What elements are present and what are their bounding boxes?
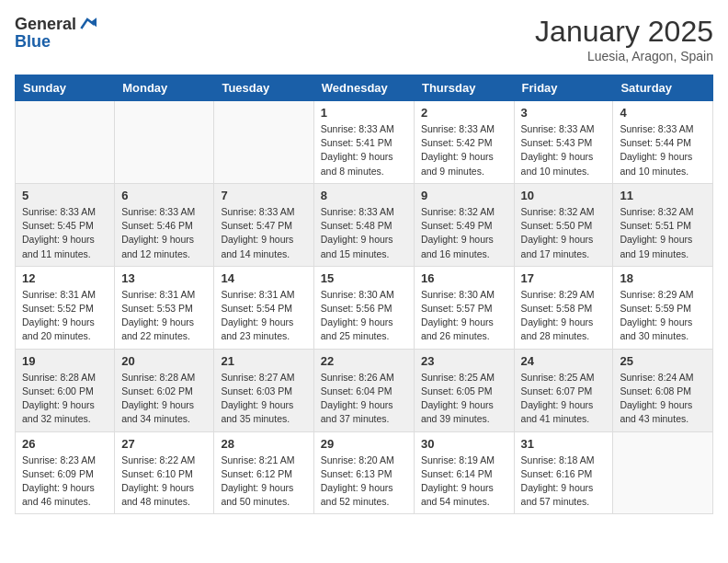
calendar-week-row: 19Sunrise: 8:28 AM Sunset: 6:00 PM Dayli… bbox=[16, 349, 713, 431]
day-number: 20 bbox=[121, 354, 207, 368]
calendar-cell: 31Sunrise: 8:18 AM Sunset: 6:16 PM Dayli… bbox=[514, 431, 613, 514]
day-number: 9 bbox=[421, 189, 507, 202]
day-info: Sunrise: 8:33 AM Sunset: 5:46 PM Dayligh… bbox=[121, 205, 207, 261]
calendar-cell bbox=[115, 101, 214, 184]
day-number: 24 bbox=[521, 354, 607, 368]
calendar-week-row: 1Sunrise: 8:33 AM Sunset: 5:41 PM Daylig… bbox=[16, 101, 713, 184]
weekday-header-monday: Monday bbox=[115, 75, 214, 101]
calendar-cell: 17Sunrise: 8:29 AM Sunset: 5:58 PM Dayli… bbox=[514, 266, 613, 349]
day-info: Sunrise: 8:33 AM Sunset: 5:41 PM Dayligh… bbox=[321, 122, 407, 178]
weekday-header-sunday: Sunday bbox=[16, 75, 115, 101]
calendar-cell bbox=[613, 431, 713, 514]
day-number: 22 bbox=[321, 354, 407, 368]
day-info: Sunrise: 8:29 AM Sunset: 5:59 PM Dayligh… bbox=[620, 288, 706, 344]
calendar-cell: 2Sunrise: 8:33 AM Sunset: 5:42 PM Daylig… bbox=[414, 101, 514, 184]
day-info: Sunrise: 8:33 AM Sunset: 5:48 PM Dayligh… bbox=[321, 205, 407, 261]
day-info: Sunrise: 8:22 AM Sunset: 6:10 PM Dayligh… bbox=[121, 454, 207, 510]
day-number: 31 bbox=[521, 437, 607, 451]
weekday-header-friday: Friday bbox=[514, 75, 613, 101]
weekday-header-wednesday: Wednesday bbox=[313, 75, 414, 101]
day-number: 25 bbox=[620, 354, 706, 368]
day-number: 13 bbox=[121, 271, 207, 285]
day-number: 7 bbox=[221, 189, 306, 202]
weekday-header-tuesday: Tuesday bbox=[214, 75, 313, 101]
day-info: Sunrise: 8:32 AM Sunset: 5:49 PM Dayligh… bbox=[421, 205, 507, 261]
day-info: Sunrise: 8:33 AM Sunset: 5:47 PM Dayligh… bbox=[221, 205, 306, 261]
calendar-week-row: 12Sunrise: 8:31 AM Sunset: 5:52 PM Dayli… bbox=[16, 266, 713, 349]
calendar-cell: 29Sunrise: 8:20 AM Sunset: 6:13 PM Dayli… bbox=[313, 431, 414, 514]
calendar-cell: 30Sunrise: 8:19 AM Sunset: 6:14 PM Dayli… bbox=[414, 431, 514, 514]
day-number: 4 bbox=[620, 106, 706, 120]
day-number: 3 bbox=[521, 106, 607, 120]
day-info: Sunrise: 8:23 AM Sunset: 6:09 PM Dayligh… bbox=[22, 454, 108, 510]
day-number: 27 bbox=[121, 437, 207, 451]
calendar-cell: 6Sunrise: 8:33 AM Sunset: 5:46 PM Daylig… bbox=[115, 183, 214, 266]
day-info: Sunrise: 8:33 AM Sunset: 5:45 PM Dayligh… bbox=[22, 205, 108, 261]
day-number: 30 bbox=[421, 437, 507, 451]
logo-text-general: General bbox=[15, 16, 76, 32]
calendar-cell: 4Sunrise: 8:33 AM Sunset: 5:44 PM Daylig… bbox=[613, 101, 713, 184]
day-number: 5 bbox=[22, 189, 108, 202]
calendar-cell: 3Sunrise: 8:33 AM Sunset: 5:43 PM Daylig… bbox=[514, 101, 613, 184]
day-info: Sunrise: 8:33 AM Sunset: 5:44 PM Dayligh… bbox=[620, 122, 706, 178]
day-number: 19 bbox=[22, 354, 108, 368]
calendar-cell: 16Sunrise: 8:30 AM Sunset: 5:57 PM Dayli… bbox=[414, 266, 514, 349]
weekday-header-saturday: Saturday bbox=[613, 75, 713, 101]
day-info: Sunrise: 8:24 AM Sunset: 6:08 PM Dayligh… bbox=[620, 371, 706, 427]
day-number: 21 bbox=[221, 354, 306, 368]
day-info: Sunrise: 8:20 AM Sunset: 6:13 PM Dayligh… bbox=[321, 454, 407, 510]
day-number: 10 bbox=[521, 189, 607, 202]
weekday-header-row: SundayMondayTuesdayWednesdayThursdayFrid… bbox=[16, 75, 713, 101]
calendar-cell: 12Sunrise: 8:31 AM Sunset: 5:52 PM Dayli… bbox=[16, 266, 115, 349]
day-info: Sunrise: 8:18 AM Sunset: 6:16 PM Dayligh… bbox=[521, 454, 607, 510]
day-info: Sunrise: 8:31 AM Sunset: 5:52 PM Dayligh… bbox=[22, 288, 108, 344]
day-number: 26 bbox=[22, 437, 108, 451]
day-number: 6 bbox=[121, 189, 207, 202]
calendar-cell: 28Sunrise: 8:21 AM Sunset: 6:12 PM Dayli… bbox=[214, 431, 313, 514]
page-header: General Blue January 2025 Luesia, Aragon… bbox=[15, 15, 713, 63]
calendar-cell: 25Sunrise: 8:24 AM Sunset: 6:08 PM Dayli… bbox=[613, 349, 713, 431]
day-number: 14 bbox=[221, 271, 306, 285]
day-info: Sunrise: 8:21 AM Sunset: 6:12 PM Dayligh… bbox=[221, 454, 306, 510]
location: Luesia, Aragon, Spain bbox=[535, 49, 713, 63]
day-number: 8 bbox=[321, 189, 407, 202]
logo: General Blue bbox=[15, 15, 97, 51]
calendar-cell: 10Sunrise: 8:32 AM Sunset: 5:50 PM Dayli… bbox=[514, 183, 613, 266]
calendar-cell: 26Sunrise: 8:23 AM Sunset: 6:09 PM Dayli… bbox=[16, 431, 115, 514]
day-info: Sunrise: 8:25 AM Sunset: 6:07 PM Dayligh… bbox=[521, 371, 607, 427]
day-info: Sunrise: 8:30 AM Sunset: 5:57 PM Dayligh… bbox=[421, 288, 507, 344]
day-number: 29 bbox=[321, 437, 407, 451]
day-info: Sunrise: 8:19 AM Sunset: 6:14 PM Dayligh… bbox=[421, 454, 507, 510]
day-number: 15 bbox=[321, 271, 407, 285]
day-number: 12 bbox=[22, 271, 108, 285]
day-info: Sunrise: 8:32 AM Sunset: 5:51 PM Dayligh… bbox=[620, 205, 706, 261]
day-number: 1 bbox=[321, 106, 407, 120]
day-info: Sunrise: 8:28 AM Sunset: 6:00 PM Dayligh… bbox=[22, 371, 108, 427]
day-info: Sunrise: 8:26 AM Sunset: 6:04 PM Dayligh… bbox=[321, 371, 407, 427]
day-info: Sunrise: 8:33 AM Sunset: 5:42 PM Dayligh… bbox=[421, 122, 507, 178]
calendar-cell: 14Sunrise: 8:31 AM Sunset: 5:54 PM Dayli… bbox=[214, 266, 313, 349]
calendar-cell: 13Sunrise: 8:31 AM Sunset: 5:53 PM Dayli… bbox=[115, 266, 214, 349]
title-block: January 2025 Luesia, Aragon, Spain bbox=[535, 15, 713, 63]
calendar-cell: 7Sunrise: 8:33 AM Sunset: 5:47 PM Daylig… bbox=[214, 183, 313, 266]
calendar-cell bbox=[214, 101, 313, 184]
day-info: Sunrise: 8:31 AM Sunset: 5:53 PM Dayligh… bbox=[121, 288, 207, 344]
calendar-cell: 24Sunrise: 8:25 AM Sunset: 6:07 PM Dayli… bbox=[514, 349, 613, 431]
day-info: Sunrise: 8:29 AM Sunset: 5:58 PM Dayligh… bbox=[521, 288, 607, 344]
calendar-cell: 1Sunrise: 8:33 AM Sunset: 5:41 PM Daylig… bbox=[313, 101, 414, 184]
calendar-cell: 8Sunrise: 8:33 AM Sunset: 5:48 PM Daylig… bbox=[313, 183, 414, 266]
day-number: 28 bbox=[221, 437, 306, 451]
calendar-cell: 15Sunrise: 8:30 AM Sunset: 5:56 PM Dayli… bbox=[313, 266, 414, 349]
day-info: Sunrise: 8:27 AM Sunset: 6:03 PM Dayligh… bbox=[221, 371, 306, 427]
day-info: Sunrise: 8:30 AM Sunset: 5:56 PM Dayligh… bbox=[321, 288, 407, 344]
calendar: SundayMondayTuesdayWednesdayThursdayFrid… bbox=[15, 75, 713, 514]
logo-text-blue: Blue bbox=[15, 32, 51, 51]
calendar-cell: 19Sunrise: 8:28 AM Sunset: 6:00 PM Dayli… bbox=[16, 349, 115, 431]
day-number: 17 bbox=[521, 271, 607, 285]
calendar-cell bbox=[16, 101, 115, 184]
day-number: 16 bbox=[421, 271, 507, 285]
day-number: 11 bbox=[620, 189, 706, 202]
calendar-week-row: 26Sunrise: 8:23 AM Sunset: 6:09 PM Dayli… bbox=[16, 431, 713, 514]
logo-icon bbox=[78, 15, 97, 33]
calendar-cell: 5Sunrise: 8:33 AM Sunset: 5:45 PM Daylig… bbox=[16, 183, 115, 266]
